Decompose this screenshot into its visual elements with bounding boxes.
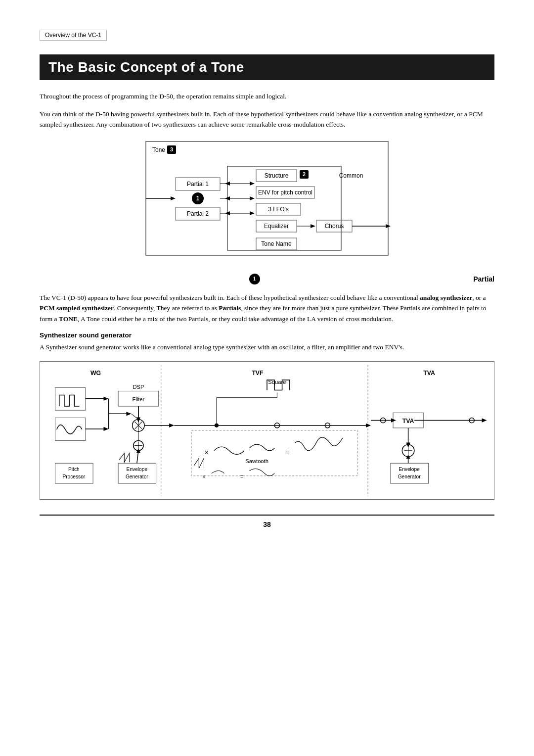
svg-text:Generator: Generator xyxy=(126,474,148,479)
filter-label: Filter xyxy=(132,396,144,402)
partial-badge: 1 xyxy=(249,274,260,284)
svg-text:×: × xyxy=(204,448,208,456)
svg-text:1: 1 xyxy=(196,195,200,202)
pitch-processor-label: Pitch xyxy=(68,467,80,472)
svg-marker-17 xyxy=(250,211,255,215)
svg-marker-66 xyxy=(391,419,396,423)
lfo-label: 3 LFO's xyxy=(268,206,289,213)
svg-marker-36 xyxy=(104,397,109,401)
partial2-label: Partial 2 xyxy=(187,210,209,217)
svg-line-48 xyxy=(132,414,138,419)
svg-rect-33 xyxy=(55,387,86,410)
page-title: The Basic Concept of a Tone xyxy=(48,59,486,75)
svg-text:×: × xyxy=(203,474,206,479)
structure-label: Structure xyxy=(265,172,289,179)
partial-section-heading: 1 Partial xyxy=(40,271,494,287)
svg-rect-34 xyxy=(55,418,86,441)
svg-marker-38 xyxy=(104,427,109,431)
svg-marker-74 xyxy=(482,419,487,423)
wg-label: WG xyxy=(90,370,101,377)
svg-marker-50 xyxy=(169,424,174,427)
tva-block-label: TVA xyxy=(402,418,414,425)
svg-text:2: 2 xyxy=(303,171,306,177)
svg-text:3: 3 xyxy=(170,146,173,152)
envelope-gen2-label: Envelope xyxy=(399,467,420,472)
svg-rect-59 xyxy=(191,430,358,476)
tone-diagram: Tone 3 Partial 1 Partial 2 1 xyxy=(143,139,391,260)
paragraph-1: Throughout the process of programming th… xyxy=(40,91,494,102)
svg-text:Generator: Generator xyxy=(398,474,421,479)
page-title-block: The Basic Concept of a Tone xyxy=(40,54,494,80)
svg-marker-26 xyxy=(311,224,315,228)
env-pitch-label: ENV for pitch control xyxy=(258,189,312,196)
envelope-gen1-label: Envelope xyxy=(127,467,148,472)
svg-text:=: = xyxy=(285,448,289,456)
chorus-label: Chorus xyxy=(325,223,344,230)
tvf-label: TVF xyxy=(252,370,264,377)
svg-marker-14 xyxy=(250,196,255,200)
svg-text:Processor: Processor xyxy=(62,474,85,479)
tone-name-label: Tone Name xyxy=(261,240,292,247)
paragraph-2: You can think of the D-50 having powerfu… xyxy=(40,109,494,130)
synth-section-heading: Synthesizer sound generator xyxy=(40,331,494,339)
tone-label: Tone xyxy=(152,146,165,153)
signal-flow-diagram: WG TVF TVA DSP xyxy=(40,361,494,500)
synth-section-text: A Synthesizer sound generator works like… xyxy=(40,342,494,353)
svg-marker-56 xyxy=(366,424,371,427)
page-number: 38 xyxy=(40,515,494,528)
breadcrumb: Overview of the VC-1 xyxy=(40,30,107,41)
common-label: Common xyxy=(339,172,363,179)
tva-label: TVA xyxy=(423,370,435,377)
dsp-label: DSP xyxy=(133,384,144,390)
svg-marker-4 xyxy=(171,196,176,200)
svg-text:=: = xyxy=(240,474,243,479)
svg-marker-41 xyxy=(126,412,131,416)
partial1-label: Partial 1 xyxy=(187,181,209,188)
sawtooth-label: Sawtooth xyxy=(245,458,268,464)
partial-text: The VC-1 (D-50) appears to have four pow… xyxy=(40,292,494,325)
equalizer-label: Equalizer xyxy=(264,223,289,230)
svg-marker-11 xyxy=(250,182,255,186)
partial-heading-text: Partial xyxy=(473,275,494,283)
